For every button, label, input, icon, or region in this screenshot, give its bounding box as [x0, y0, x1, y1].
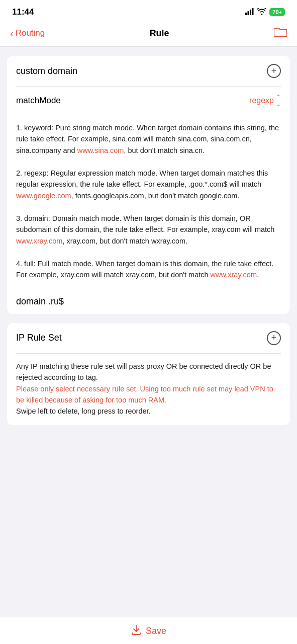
svg-rect-2: [250, 10, 251, 15]
desc-para3-prefix: 3. domain: Domain match mode. When targe…: [16, 214, 274, 233]
status-bar: 11:44 70+: [0, 0, 297, 21]
desc-para4-suffix: .: [257, 271, 259, 279]
desc-para3-suffix: , xray.com, but don't match wxray.com.: [62, 237, 187, 245]
main-content: custom domain + matchMode regexp ⌃⌄ 1. k…: [0, 47, 297, 470]
custom-domain-row: custom domain +: [7, 56, 290, 86]
custom-domain-label: custom domain: [16, 66, 77, 76]
match-mode-value: regexp: [249, 96, 274, 105]
ip-rule-desc-normal: Any IP matching these rule set will pass…: [16, 362, 271, 381]
svg-rect-3: [252, 8, 254, 15]
domain-value-row: domain .ru$: [7, 289, 290, 314]
wifi-icon: [257, 8, 266, 17]
back-label: Routing: [16, 28, 45, 38]
desc-para1-link[interactable]: www.sina.com: [77, 146, 124, 154]
status-time: 11:44: [12, 7, 34, 17]
ip-rule-set-label: IP Rule Set: [16, 333, 62, 343]
save-button[interactable]: Save: [131, 624, 166, 638]
desc-para2-link[interactable]: www.google.com: [16, 192, 71, 200]
svg-rect-0: [245, 13, 247, 15]
save-icon: [131, 624, 142, 638]
add-custom-domain-button[interactable]: +: [267, 64, 281, 78]
nav-bar: ‹ Routing Rule: [0, 21, 297, 47]
match-mode-row: matchMode regexp ⌃⌄: [7, 87, 290, 115]
desc-para4-link[interactable]: www.xray.com: [211, 271, 257, 279]
custom-domain-card: custom domain + matchMode regexp ⌃⌄ 1. k…: [7, 56, 290, 314]
signal-icon: [245, 8, 254, 17]
battery-badge: 70+: [269, 8, 285, 16]
bottom-bar: Save: [0, 617, 297, 644]
plus-icon: +: [271, 66, 277, 76]
back-button[interactable]: ‹ Routing: [10, 28, 45, 38]
page-title: Rule: [150, 28, 169, 39]
svg-rect-1: [248, 11, 249, 15]
match-mode-label: matchMode: [16, 96, 61, 106]
domain-value: domain .ru$: [16, 296, 64, 306]
back-chevron-icon: ‹: [10, 28, 14, 38]
status-icons: 70+: [245, 8, 285, 17]
ip-rule-desc-footer: Swipe left to delete, long press to reor…: [16, 407, 151, 415]
desc-para1-suffix: , but don't match sina.cn.: [124, 146, 205, 154]
match-mode-selector[interactable]: regexp ⌃⌄: [249, 94, 281, 108]
match-mode-description: 1. keyword: Pure string match mode. When…: [7, 115, 290, 289]
folder-icon[interactable]: [274, 26, 287, 40]
ip-rule-desc-warning: Please only select necessary rule set. U…: [16, 385, 273, 404]
add-ip-rule-button[interactable]: +: [267, 331, 281, 345]
save-label: Save: [146, 626, 166, 636]
ip-rule-description: Any IP matching these rule set will pass…: [7, 354, 290, 425]
ip-rule-set-row: IP Rule Set +: [7, 323, 290, 353]
desc-para2-prefix: 2. regexp: Regular expression match mode…: [16, 169, 268, 188]
desc-para2-suffix: , fonts.googleapis.com, but don't match …: [71, 192, 240, 200]
plus-icon-2: +: [271, 333, 277, 343]
chevron-updown-icon: ⌃⌄: [276, 94, 281, 108]
desc-para3-link[interactable]: www.xray.com: [16, 237, 62, 245]
ip-rule-set-card: IP Rule Set + Any IP matching these rule…: [7, 323, 290, 425]
